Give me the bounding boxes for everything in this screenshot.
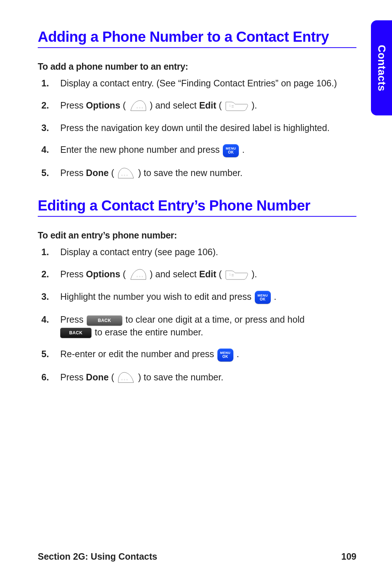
page-number: 109 — [341, 551, 356, 562]
footer-section-label: Section 2G: Using Contacts — [38, 551, 157, 562]
step-text: Highlight the number you wish to edit an… — [60, 291, 254, 302]
page-footer: Section 2G: Using Contacts 109 — [38, 551, 356, 562]
step-text: Display a contact entry (see page 106). — [60, 247, 218, 257]
manual-page: Contacts Adding a Phone Number to a Cont… — [0, 0, 392, 588]
heading-editing-phone-number: Editing a Contact Entry’s Phone Number — [38, 197, 356, 214]
step-item: 4. Press BACK to clear one digit at a ti… — [57, 313, 356, 338]
heading-adding-phone-number: Adding a Phone Number to a Contact Entry — [38, 28, 356, 45]
step-text: Display a contact entry. (See “Finding C… — [60, 78, 337, 88]
section-editing: Editing a Contact Entry’s Phone Number T… — [38, 197, 356, 384]
back-key-hold-icon: BACK — [60, 328, 91, 338]
heading-rule — [38, 216, 356, 217]
term-edit: Edit — [199, 269, 216, 279]
step-item: 5. Press Done ( ) to save the new number… — [57, 167, 356, 180]
edit-key-icon — [225, 269, 248, 280]
steps-add: 1. Display a contact entry. (See “Findin… — [38, 77, 356, 180]
step-item: 3. Highlight the number you wish to edit… — [57, 290, 356, 304]
step-item: 2. Press Options ( ) and select Edit ( )… — [57, 268, 356, 281]
step-item: 1. Display a contact entry. (See “Findin… — [57, 77, 356, 90]
step-text: Press — [60, 269, 86, 279]
term-options: Options — [86, 269, 120, 279]
step-text: Press — [60, 314, 86, 324]
softkey-left-icon — [118, 372, 135, 384]
softkey-right-icon — [129, 100, 147, 112]
term-done: Done — [86, 372, 109, 382]
softkey-left-icon — [118, 167, 135, 180]
step-item: 6. Press Done ( ) to save the number. — [57, 371, 356, 384]
menu-ok-key-icon: MENUOK — [255, 291, 271, 304]
step-text: Press — [60, 372, 86, 382]
step-item: 2. Press Options ( ) and select Edit ( )… — [57, 99, 356, 112]
softkey-right-icon — [129, 269, 147, 281]
term-done: Done — [86, 168, 109, 178]
menu-ok-key-icon: MENUOK — [217, 348, 233, 362]
steps-edit: 1. Display a contact entry (see page 106… — [38, 246, 356, 384]
side-tab-label: Contacts — [376, 45, 388, 91]
step-text: Press — [60, 100, 86, 110]
step-text: Enter the new phone number and press — [60, 144, 222, 155]
term-options: Options — [86, 100, 120, 110]
step-item: 1. Display a contact entry (see page 106… — [57, 246, 356, 258]
heading-rule — [38, 47, 356, 48]
step-text: Press the navigation key down until the … — [60, 123, 330, 133]
step-item: 5. Re-enter or edit the number and press… — [57, 348, 356, 361]
back-key-icon: BACK — [87, 315, 122, 326]
step-item: 3. Press the navigation key down until t… — [57, 122, 356, 134]
edit-key-icon — [225, 101, 248, 111]
side-tab-contacts: Contacts — [371, 20, 392, 115]
step-text: Press — [60, 168, 86, 178]
term-edit: Edit — [199, 100, 216, 110]
step-text: Re-enter or edit the number and press — [60, 349, 217, 359]
step-item: 4. Enter the new phone number and press … — [57, 143, 356, 157]
intro-add: To add a phone number to an entry: — [38, 61, 356, 72]
intro-edit: To edit an entry’s phone number: — [38, 230, 356, 241]
menu-ok-key-icon: MENUOK — [223, 144, 239, 157]
